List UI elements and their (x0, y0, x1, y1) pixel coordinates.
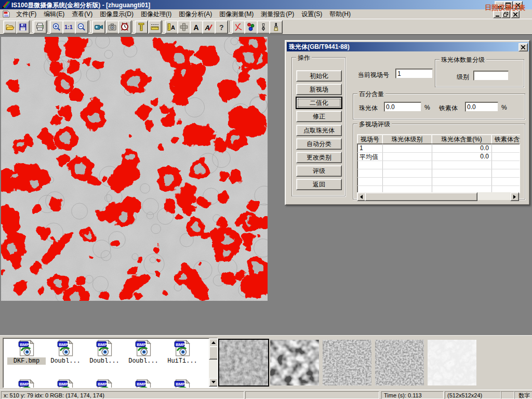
file-name[interactable]: Doubl... (125, 357, 162, 365)
toolbar-separator (47, 21, 49, 32)
video-capture-button[interactable] (92, 20, 105, 34)
bmp-file-icon[interactable] (174, 340, 191, 356)
table-h-scrollbar[interactable] (357, 192, 519, 200)
caliper-button[interactable] (135, 20, 148, 34)
zoom-out-button[interactable] (75, 20, 88, 34)
thumbnail-high-contrast[interactable] (270, 340, 319, 385)
auto-classify-button[interactable]: 自动分类 (296, 138, 342, 150)
file-name[interactable]: Doubl... (86, 357, 123, 365)
status-position: x: 510 y: 79 idx: 0 RGB: (174, 174, 174) (1, 391, 244, 399)
menu-image-analysis[interactable]: 图像分析(A) (175, 9, 216, 19)
pearlite-percent-input[interactable] (384, 102, 421, 112)
dialog-close-button[interactable] (518, 43, 528, 51)
table-body[interactable]: 1 0.0 平均值 0.0 (357, 143, 520, 193)
toolbar-separator (89, 21, 91, 32)
caliper-icon (137, 22, 146, 32)
initialize-button[interactable]: 初始化 (296, 70, 342, 82)
bmp-file-icon[interactable] (135, 379, 152, 388)
grid-cross-icon (179, 22, 189, 32)
svg-text:1:1: 1:1 (64, 24, 73, 30)
menu-measure-report[interactable]: 测量报告(P) (257, 9, 298, 19)
return-button[interactable]: 返回 (296, 179, 342, 190)
menu-image-process[interactable]: 图像处理(I) (137, 9, 175, 19)
change-class-button[interactable]: 更改类别 (296, 152, 342, 163)
menu-edit[interactable]: 编辑(E) (40, 9, 68, 19)
menu-settings[interactable]: 设置(S) (298, 9, 326, 19)
operations-legend: 操作 (296, 54, 312, 62)
zoom-in-button[interactable] (50, 20, 63, 34)
brush-icon (271, 22, 281, 32)
file-name[interactable]: Doubl... (47, 357, 84, 365)
classify-points-button[interactable] (244, 20, 258, 34)
ink-pen-button[interactable] (257, 20, 270, 34)
scroll-down-button[interactable] (209, 378, 218, 387)
pen-icon (259, 22, 268, 32)
stamp-grid-button[interactable] (177, 20, 191, 34)
file-name-selected[interactable]: DKF.bmp (7, 357, 46, 365)
print-button[interactable] (33, 20, 47, 34)
pick-pearlite-button[interactable]: 点取珠光体 (296, 125, 342, 136)
thumbnail-speckled[interactable] (375, 340, 424, 385)
document-system-icon[interactable] (3, 10, 10, 18)
current-field-input[interactable] (395, 69, 433, 78)
col-pearlite-content[interactable]: 珠光体含量(%) (431, 134, 492, 143)
text-icon: A (192, 22, 201, 32)
save-button[interactable] (16, 20, 30, 34)
thumbnail-dark-selected[interactable] (219, 340, 268, 385)
metallograph-image[interactable] (1, 37, 268, 301)
actual-size-button[interactable]: 1:1 (62, 20, 76, 34)
file-browser-scrollbar[interactable] (209, 338, 217, 387)
snapshot-button[interactable] (105, 20, 119, 34)
thumbnail-speckled[interactable] (323, 340, 371, 385)
menu-image-measure[interactable]: 图像测量(M) (216, 9, 257, 19)
menu-help[interactable]: 帮助(H) (326, 9, 354, 19)
rate-button[interactable]: 评级 (296, 165, 342, 177)
help-button[interactable]: ? (215, 20, 228, 34)
application-window: IS100显微摄像系统(金相分析版) - [zhuguangti01] 文件(F… (0, 0, 532, 399)
bmp-file-icon[interactable] (96, 379, 113, 388)
curve-tool-button[interactable] (232, 20, 245, 34)
file-name[interactable]: HuiTi... (164, 357, 201, 365)
menu-file[interactable]: 文件(F) (12, 9, 40, 19)
col-pearlite-grade[interactable]: 珠光体级别 (382, 134, 432, 143)
measure-text-button[interactable]: A (165, 20, 178, 34)
zoom-in-icon (52, 22, 61, 32)
text-edit-button[interactable]: A (202, 20, 216, 34)
brush-button[interactable] (269, 20, 283, 34)
thumbnail-light-flakes[interactable] (428, 340, 476, 385)
bmp-file-icon[interactable] (174, 379, 191, 388)
grade-input[interactable] (473, 71, 509, 81)
bmp-file-icon[interactable] (57, 340, 74, 356)
open-button[interactable] (3, 20, 17, 34)
new-field-button[interactable]: 新视场 (296, 84, 342, 95)
bottom-panel: BMP DKF.bmp Doubl... Doubl... Doubl... H… (0, 335, 532, 390)
scrollbar-thumb[interactable] (365, 192, 477, 201)
vendor-watermark: 日照仪器仪表 (485, 3, 525, 12)
scroll-right-button[interactable] (510, 192, 519, 201)
bmp-file-icon[interactable] (57, 379, 74, 388)
table-cell-pearlite[interactable]: 0.0 (432, 153, 489, 160)
bmp-file-icon[interactable] (96, 340, 113, 356)
table-header: 视场号 珠光体级别 珠光体含量(%) 铁素体含量(%) (357, 134, 520, 143)
close-icon (513, 12, 517, 17)
binarize-button[interactable]: 二值化 (296, 97, 342, 109)
table-cell-pearlite[interactable]: 0.0 (432, 144, 489, 152)
bmp-file-icon[interactable] (135, 340, 152, 356)
print-icon (35, 22, 45, 32)
menu-image-display[interactable]: 图像显示(D) (96, 9, 137, 19)
table-row[interactable]: 平均值 (360, 153, 378, 162)
bmp-file-icon[interactable] (18, 379, 35, 388)
menu-view[interactable]: 查看(V) (68, 9, 96, 19)
table-row[interactable]: 1 (360, 144, 363, 152)
ferrite-percent-input[interactable] (465, 102, 498, 112)
correct-button[interactable]: 修正 (296, 111, 342, 122)
ruler-button[interactable] (148, 20, 162, 34)
col-ferrite-content[interactable]: 铁素体含量(%) (491, 134, 520, 143)
scrollbar-thumb[interactable] (209, 346, 218, 360)
actual-size-icon: 1:1 (64, 23, 74, 31)
text-label-button[interactable]: A (190, 20, 203, 34)
bmp-file-icon[interactable] (18, 340, 35, 356)
dialog-title-bar[interactable]: 珠光体(GB/T9441-88) (287, 42, 529, 51)
col-field-number[interactable]: 视场号 (357, 134, 383, 143)
timer-button[interactable] (118, 20, 131, 34)
